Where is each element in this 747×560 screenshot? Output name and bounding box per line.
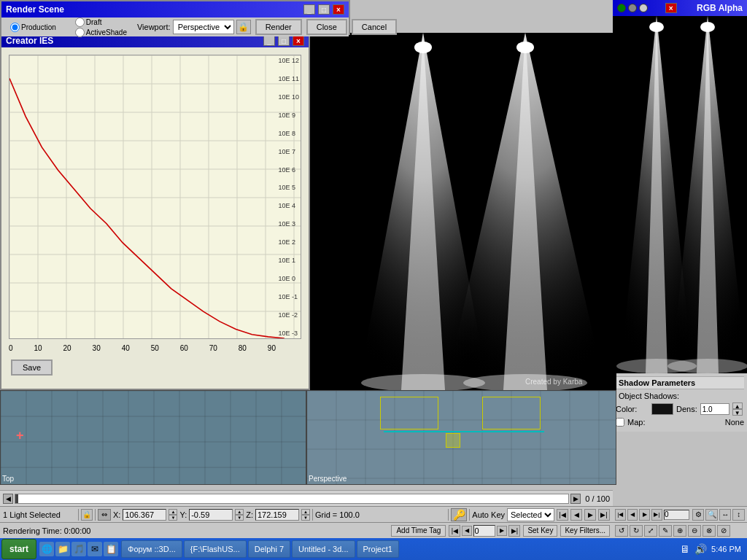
- rp-tool1[interactable]: ↺: [615, 525, 628, 537]
- move-icons: ⇔: [98, 509, 111, 521]
- close-button[interactable]: Close: [306, 19, 347, 35]
- rp-tool5[interactable]: ⊕: [673, 525, 686, 537]
- key-icon[interactable]: 🔑: [451, 508, 467, 521]
- taskbar-app-project[interactable]: Project1: [357, 540, 399, 558]
- timeline-start-btn[interactable]: |◀: [449, 525, 460, 537]
- timeline-right-btn[interactable]: ▶: [570, 494, 581, 504]
- y-up-btn[interactable]: ▲: [235, 509, 244, 515]
- taskbar-app-delphi[interactable]: Delphi 7: [248, 540, 290, 558]
- map-checkbox[interactable]: [616, 418, 624, 427]
- shadow-color-swatch[interactable]: [651, 403, 673, 415]
- rp-icon4[interactable]: ↕: [732, 509, 745, 521]
- activeshade-radio-label[interactable]: ActiveShade: [75, 28, 127, 37]
- taskbar-quick-launch: 🌐 📁 🎵 ✉ 📋: [39, 542, 118, 556]
- production-radio-label[interactable]: Production: [10, 23, 56, 32]
- z-coord-input[interactable]: [255, 509, 299, 521]
- rp-tool7[interactable]: ⊗: [703, 525, 716, 537]
- move-icon[interactable]: ⇔: [98, 509, 111, 521]
- rp-next-btn[interactable]: ▶|: [651, 509, 662, 521]
- rp-icon2[interactable]: 🔍: [705, 509, 718, 521]
- viewport-lock-btn[interactable]: 🔒: [236, 20, 251, 34]
- frame-input[interactable]: [473, 525, 495, 537]
- ie-icon[interactable]: 🌐: [39, 542, 54, 556]
- nav-prev2-btn[interactable]: ◀: [570, 509, 582, 521]
- production-radio[interactable]: [10, 23, 20, 32]
- ies-save-button[interactable]: Save: [11, 359, 53, 376]
- rp-play-btn[interactable]: ▶: [639, 509, 650, 521]
- dens-down-btn[interactable]: ▼: [732, 409, 743, 416]
- rp-tool2[interactable]: ↻: [630, 525, 643, 537]
- timeline-thumb: [15, 494, 18, 503]
- x-down-btn[interactable]: ▼: [169, 515, 177, 521]
- render-time-label: Rendering Time: 0:00:00: [3, 526, 90, 535]
- viewport-select[interactable]: Perspective Top Front: [173, 20, 234, 34]
- start-button[interactable]: start: [1, 539, 36, 559]
- right-panel-close-btn[interactable]: ×: [665, 3, 677, 13]
- viewport-3d-bottom-left: + Top: [0, 390, 306, 485]
- taskbar-app-3d[interactable]: Untitled - 3d...: [292, 540, 355, 558]
- rp-tool3[interactable]: ⤢: [644, 525, 657, 537]
- mail-icon[interactable]: ✉: [88, 542, 102, 556]
- timeline-left-btn[interactable]: ◀: [3, 494, 13, 504]
- draft-radio[interactable]: [75, 18, 85, 27]
- rp-icon1[interactable]: ⚙: [692, 509, 705, 521]
- timeline-bar[interactable]: [15, 494, 569, 504]
- taskbar-app-flash[interactable]: {F:\FlashUS...: [184, 540, 247, 558]
- green-dot[interactable]: [617, 4, 626, 12]
- rp-tool4[interactable]: ✎: [659, 525, 672, 537]
- activeshade-radio[interactable]: [75, 28, 85, 37]
- timeline-next-btn[interactable]: ▶: [497, 526, 507, 536]
- set-key-btn[interactable]: Set Key: [523, 525, 557, 537]
- shadow-map-row: Map: None: [616, 418, 744, 427]
- frame-counter: 0 / 100: [585, 494, 610, 503]
- nav-next-btn[interactable]: ▶|: [598, 509, 610, 521]
- extra-icon[interactable]: 📋: [104, 542, 118, 556]
- x-coord-input[interactable]: [123, 509, 166, 521]
- svg-point-17: [700, 22, 715, 32]
- dens-input[interactable]: [700, 403, 729, 415]
- status-lock-icon[interactable]: 🔒: [81, 509, 93, 521]
- media-icon[interactable]: 🎵: [71, 542, 86, 556]
- object-shadows-label: Object Shadows:: [616, 389, 744, 402]
- x-up-btn[interactable]: ▲: [169, 509, 177, 515]
- shadow-color-row: Color: Dens: ▲ ▼: [616, 402, 744, 416]
- ies-close-btn[interactable]: ×: [293, 36, 304, 46]
- rp-frame-input[interactable]: [664, 510, 689, 520]
- graph-x-labels: 0 10 20 30 40 50 60 70 80 90: [5, 343, 305, 352]
- add-time-tag-btn[interactable]: Add Time Tag: [391, 525, 446, 537]
- svg-text:Created by Karba: Created by Karba: [525, 378, 583, 386]
- rp-tool6[interactable]: ⊖: [688, 525, 701, 537]
- cancel-button[interactable]: Cancel: [352, 19, 397, 35]
- render-scene-close-btn[interactable]: ×: [333, 4, 344, 15]
- dens-up-btn[interactable]: ▲: [732, 402, 743, 409]
- rp-icon3[interactable]: ↔: [719, 509, 732, 521]
- rp-prev2-btn[interactable]: ◀: [627, 509, 638, 521]
- gray-dot[interactable]: [628, 4, 637, 12]
- y-down-btn[interactable]: ▼: [235, 515, 244, 521]
- render-scene-minimize-btn[interactable]: _: [303, 4, 315, 15]
- folder-icon[interactable]: 📁: [55, 542, 70, 556]
- rp-tool8[interactable]: ⊘: [717, 525, 730, 537]
- rp-prev-btn[interactable]: |◀: [615, 509, 626, 521]
- right-panel: × RGB Alpha: [613, 0, 747, 394]
- nav-prev-btn[interactable]: |◀: [557, 509, 568, 521]
- key-filters-btn[interactable]: Key Filters...: [560, 525, 610, 537]
- ies-creator-title: Creator IES: [6, 36, 53, 46]
- light-dot[interactable]: [639, 4, 648, 12]
- z-down-btn[interactable]: ▼: [301, 515, 310, 521]
- mode-select[interactable]: Selected All: [507, 508, 554, 521]
- y-coord-input[interactable]: [189, 509, 233, 521]
- ies-maximize-btn[interactable]: □: [278, 36, 290, 46]
- volume-icon[interactable]: 🔊: [694, 543, 707, 555]
- draft-radio-label[interactable]: Draft: [75, 18, 127, 27]
- render-button[interactable]: Render: [255, 19, 302, 35]
- taskbar-app-forum[interactable]: Форум ::3D...: [121, 540, 182, 558]
- nav-play-btn[interactable]: ▶: [584, 509, 596, 521]
- timeline-prev-btn[interactable]: ◀: [462, 526, 472, 536]
- right-render-area: [613, 16, 747, 373]
- ies-minimize-btn[interactable]: _: [263, 36, 275, 46]
- status-row-2: Rendering Time: 0:00:00 Add Time Tag |◀ …: [0, 522, 613, 538]
- z-up-btn[interactable]: ▲: [301, 509, 310, 515]
- render-scene-maximize-btn[interactable]: □: [318, 4, 330, 15]
- timeline-end-btn[interactable]: ▶|: [508, 525, 520, 537]
